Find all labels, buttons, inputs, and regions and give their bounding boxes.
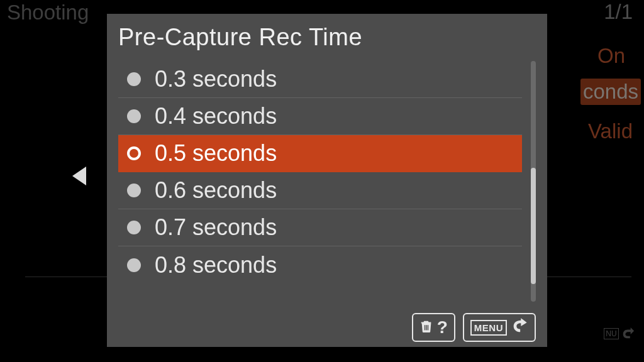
radio-icon [127,221,141,234]
option-0.5-seconds[interactable]: 0.5 seconds [118,135,522,172]
option-label: 0.8 seconds [155,252,277,278]
svg-rect-0 [425,325,425,330]
return-arrow-icon [511,317,528,337]
pre-capture-dialog: Pre-Capture Rec Time 0.3 seconds 0.4 sec… [107,14,547,347]
bg-menu-name: Shooting [7,1,89,25]
svg-rect-2 [427,325,428,330]
option-0.3-seconds[interactable]: 0.3 seconds [118,61,522,98]
options-list: 0.3 seconds 0.4 seconds 0.5 seconds 0.6 … [118,61,522,308]
option-label: 0.4 seconds [155,103,277,129]
option-label: 0.3 seconds [155,66,277,92]
menu-back-button[interactable]: MENU [463,313,536,342]
scrollbar-thumb[interactable] [531,168,536,284]
option-0.8-seconds[interactable]: 0.8 seconds [118,246,522,283]
bg-menu-tag: NU [604,328,618,339]
dialog-footer: ? MENU [107,308,547,347]
options-area: 0.3 seconds 0.4 seconds 0.5 seconds 0.6 … [118,61,536,308]
bg-value-on: On [597,44,625,68]
radio-icon [127,258,141,272]
trash-icon [419,319,433,336]
bg-value-conds: conds [580,79,641,105]
radio-icon [127,184,141,197]
option-0.7-seconds[interactable]: 0.7 seconds [118,209,522,246]
radio-icon [127,72,141,86]
radio-icon [127,146,141,160]
radio-icon [127,109,141,123]
option-label: 0.6 seconds [155,177,277,204]
return-arrow-icon [621,327,635,341]
menu-label: MENU [470,320,507,336]
delete-help-button[interactable]: ? [412,313,455,342]
bg-page-indicator: 1/1 [604,0,633,24]
bg-value-valid: Valid [588,119,633,143]
bg-back-button: NU [604,323,635,344]
option-0.6-seconds[interactable]: 0.6 seconds [118,172,522,209]
option-label: 0.7 seconds [155,214,277,241]
option-0.4-seconds[interactable]: 0.4 seconds [118,98,522,135]
option-label: 0.5 seconds [155,140,277,167]
svg-rect-1 [426,325,426,330]
help-question-mark: ? [437,317,448,337]
dialog-title: Pre-Capture Rec Time [107,14,547,61]
nav-left-arrow-icon[interactable] [72,167,86,185]
